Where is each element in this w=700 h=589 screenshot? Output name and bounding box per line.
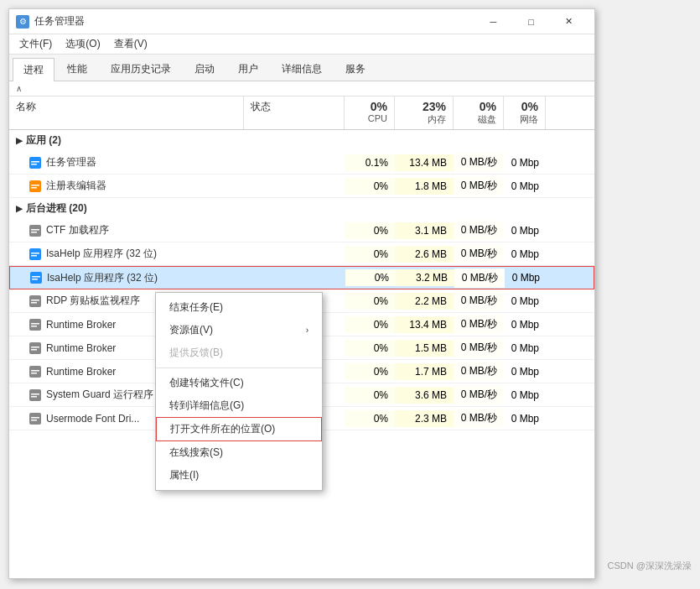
process-icon (29, 366, 41, 378)
svg-rect-21 (29, 342, 41, 354)
table-row[interactable]: CTF 加载程序 0% 3.1 MB 0 MB/秒 0 Mbp (9, 219, 594, 242)
tab-process[interactable]: 进程 (13, 58, 54, 81)
context-menu-item-4[interactable]: 转到详细信息(G) (156, 394, 322, 417)
row-net: 0 Mbp (504, 410, 546, 427)
row-process-name: CTF 加载程序 (9, 221, 244, 240)
row-disk: 0 MB/秒 (454, 362, 504, 381)
table-row[interactable]: 任务管理器 0.1% 13.4 MB 0 MB/秒 0 Mbp (9, 151, 594, 175)
context-menu-item-label: 属性(I) (169, 468, 199, 482)
tab-startup[interactable]: 启动 (184, 57, 226, 81)
app-icon: ⚙ (16, 15, 29, 29)
row-mem: 13.4 MB (395, 154, 454, 171)
menu-view[interactable]: 查看(V) (107, 35, 154, 53)
title-bar: ⚙ 任务管理器 ─ □ ✕ (9, 9, 594, 34)
row-status (245, 275, 345, 280)
section-header-background[interactable]: ▶ 后台进程 (20) (9, 198, 594, 219)
row-cpu: 0% (345, 387, 395, 404)
row-net: 0 Mbp (504, 363, 546, 380)
process-icon (29, 157, 41, 169)
tab-users[interactable]: 用户 (227, 57, 269, 81)
col-header-name[interactable]: 名称 (9, 96, 244, 129)
context-menu-item-7[interactable]: 属性(I) (156, 464, 322, 487)
row-process-name: IsaHelp 应用程序 (32 位) (10, 268, 245, 288)
tab-performance[interactable]: 性能 (56, 57, 98, 81)
row-net: 0 Mbp (504, 340, 546, 357)
svg-rect-1 (31, 161, 39, 163)
svg-rect-26 (31, 373, 37, 374)
context-menu-item-5[interactable]: 打开文件所在的位置(O) (156, 417, 322, 441)
submenu-arrow-icon: › (306, 326, 309, 335)
svg-rect-31 (31, 417, 39, 419)
row-disk: 0 MB/秒 (454, 338, 504, 357)
menu-options[interactable]: 选项(O) (59, 35, 106, 53)
svg-rect-8 (31, 232, 37, 233)
mem-pct: 23% (402, 100, 446, 113)
col-header-mem[interactable]: 23% 内存 (395, 96, 454, 129)
section-title: 后台进程 (20) (26, 201, 87, 216)
context-menu-item-0[interactable]: 结束任务(E) (156, 296, 322, 319)
col-header-net[interactable]: 0% 网络 (504, 96, 546, 129)
row-disk: 0 MB/秒 (454, 176, 504, 195)
row-disk: 0 MB/秒 (454, 385, 504, 404)
menu-file[interactable]: 文件(F) (13, 35, 59, 53)
svg-rect-29 (31, 396, 37, 398)
row-mem: 3.2 MB (396, 269, 454, 286)
context-menu-item-3[interactable]: 创建转储文件(C) (156, 372, 322, 394)
tab-services[interactable]: 服务 (334, 57, 376, 81)
context-menu-item-6[interactable]: 在线搜索(S) (156, 441, 322, 464)
row-process-name: 注册表编辑器 (9, 176, 244, 195)
row-status (244, 252, 345, 257)
svg-rect-16 (31, 300, 39, 301)
svg-rect-11 (31, 255, 37, 257)
minimize-button[interactable]: ─ (474, 9, 512, 34)
svg-rect-18 (29, 319, 41, 331)
row-disk: 0 MB/秒 (454, 221, 504, 240)
net-pct: 0% (511, 100, 538, 113)
row-mem: 13.4 MB (395, 316, 454, 333)
close-button[interactable]: ✕ (550, 9, 588, 34)
row-disk: 0 MB/秒 (454, 244, 504, 263)
watermark: CSDN @深深洗澡澡 (608, 560, 692, 572)
maximize-button[interactable]: □ (512, 9, 550, 34)
col-header-disk[interactable]: 0% 磁盘 (454, 96, 504, 129)
table-row[interactable]: 注册表编辑器 0% 1.8 MB 0 MB/秒 0 Mbp (9, 175, 594, 198)
row-cpu: 0% (345, 363, 395, 380)
col-header-status[interactable]: 状态 (244, 96, 345, 129)
process-icon (29, 225, 41, 237)
disk-label: 磁盘 (460, 113, 496, 126)
svg-rect-24 (29, 366, 41, 378)
table-row[interactable]: IsaHelp 应用程序 (32 位) 0% 3.2 MB 0 MB/秒 0 M… (9, 266, 594, 289)
col-header-cpu[interactable]: 0% CPU (345, 96, 395, 129)
row-disk: 0 MB/秒 (454, 291, 504, 310)
svg-rect-10 (31, 253, 39, 254)
tab-details[interactable]: 详细信息 (271, 57, 333, 81)
row-disk: 0 MB/秒 (454, 268, 505, 288)
context-menu-separator (156, 367, 322, 368)
row-cpu: 0% (345, 246, 395, 263)
row-cpu: 0% (345, 340, 395, 357)
row-disk: 0 MB/秒 (454, 315, 504, 334)
row-mem: 1.8 MB (395, 178, 454, 195)
sort-arrow-icon: ∧ (16, 84, 22, 93)
svg-rect-12 (30, 272, 42, 284)
table-row[interactable]: IsaHelp 应用程序 (32 位) 0% 2.6 MB 0 MB/秒 0 M… (9, 242, 594, 266)
mem-label: 内存 (402, 113, 446, 126)
section-header-apps[interactable]: ▶ 应用 (2) (9, 130, 594, 151)
tab-app-history[interactable]: 应用历史记录 (100, 57, 182, 81)
svg-rect-22 (31, 347, 39, 348)
row-status (244, 160, 345, 165)
row-mem: 2.2 MB (395, 293, 454, 310)
context-menu: 结束任务(E) 资源值(V) ›提供反馈(B) 创建转储文件(C) 转到详细信息… (155, 292, 323, 491)
context-menu-item-1[interactable]: 资源值(V) › (156, 319, 322, 341)
svg-rect-14 (32, 279, 38, 280)
svg-rect-28 (31, 394, 39, 395)
window-controls: ─ □ ✕ (474, 9, 588, 34)
row-net: 0 Mbp (504, 246, 546, 263)
row-net: 0 Mbp (504, 387, 546, 404)
row-cpu: 0% (345, 222, 395, 239)
row-cpu: 0% (345, 293, 395, 310)
svg-rect-5 (31, 187, 37, 189)
section-arrow-icon: ▶ (16, 204, 23, 213)
disk-pct: 0% (460, 100, 496, 113)
row-process-name: 任务管理器 (9, 153, 244, 172)
